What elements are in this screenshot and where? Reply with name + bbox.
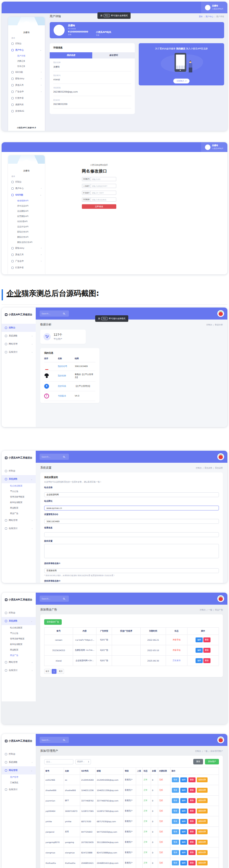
- login-button[interactable]: 登录: [172, 788, 179, 793]
- sidebar-item[interactable]: 站点信息配置: [2, 625, 36, 631]
- delete-button[interactable]: 删除: [189, 788, 196, 793]
- sidebar-item[interactable]: 网站管理 ›: [2, 516, 36, 524]
- breadcrumb-item[interactable]: 一般: [208, 609, 212, 612]
- remove-perm-button[interactable]: 移除权限: [197, 809, 207, 813]
- sidebar-item[interactable]: 商业广告: [2, 653, 36, 658]
- sidebar-item[interactable]: 登录记录: [8, 64, 45, 69]
- sidebar-item[interactable]: 反馈BUG: [8, 108, 45, 114]
- sidebar-item[interactable]: 在线支付 ›: [2, 524, 36, 532]
- sidebar-item[interactable]: 网站管理 ›: [2, 340, 36, 348]
- remove-perm-button[interactable]: 移除权限: [197, 788, 207, 793]
- add-ad-button[interactable]: 添加新的广告: [44, 619, 62, 625]
- search-input[interactable]: [41, 597, 62, 600]
- delete-button[interactable]: 删除: [189, 777, 196, 782]
- row-name[interactable]: 我的名称: [58, 374, 75, 377]
- sidebar-item[interactable]: 在线支付 ›: [2, 348, 36, 356]
- breadcrumb-item[interactable]: 控制台: [200, 609, 206, 612]
- remove-perm-button[interactable]: 移除权限: [197, 819, 207, 824]
- delete-button[interactable]: 删除: [203, 648, 210, 653]
- sidebar-item[interactable]: 系统参数 ⌄: [2, 617, 36, 625]
- delete-button[interactable]: 删除: [189, 819, 196, 824]
- breadcrumb-item[interactable]: 商业广告: [215, 609, 223, 612]
- watermelon-avatar[interactable]: [217, 595, 224, 602]
- site-url-field[interactable]: [44, 505, 219, 510]
- breadcrumb-item[interactable]: 用户详情: [216, 15, 224, 18]
- delete-button[interactable]: 删除: [189, 840, 196, 845]
- sidebar-item[interactable]: 感谢列表: [8, 101, 45, 108]
- edit-button[interactable]: 编辑: [180, 829, 188, 834]
- login-button[interactable]: 登录: [172, 809, 179, 813]
- tab-my-info[interactable]: 我的信息: [50, 52, 92, 58]
- search-input[interactable]: [41, 312, 62, 315]
- user-search-input[interactable]: [44, 759, 74, 765]
- breadcrumb-item[interactable]: 基本: [199, 15, 203, 18]
- login-button[interactable]: 登录: [172, 777, 179, 782]
- sidebar-item[interactable]: 修改昵称API: [8, 198, 45, 203]
- edit-button[interactable]: 编辑: [180, 840, 188, 845]
- sidebar-item[interactable]: QQ秒赞API: [8, 219, 45, 224]
- login-button[interactable]: 登录: [172, 861, 179, 865]
- sidebar-item[interactable]: 站点信息配置: [2, 483, 36, 489]
- search-icon[interactable]: [63, 313, 65, 314]
- breadcrumb-item[interactable]: 控制台: [196, 467, 202, 470]
- delete-button[interactable]: 删除: [189, 850, 196, 855]
- sidebar-item[interactable]: 用户中心 ›: [8, 185, 45, 192]
- remove-perm-button[interactable]: 移除权限: [197, 829, 207, 834]
- join-group-button[interactable]: 立刻加入 →: [173, 79, 190, 84]
- sidebar-item[interactable]: 平台公告: [2, 489, 36, 494]
- watermelon-avatar[interactable]: [217, 310, 224, 317]
- add-user-button[interactable]: 添加用户: [205, 759, 219, 765]
- delete-button[interactable]: 删除: [189, 809, 196, 813]
- sidebar-item[interactable]: QQ功能 ⌄: [8, 192, 45, 198]
- delete-button[interactable]: 删除: [189, 861, 196, 865]
- edit-button[interactable]: 编辑: [180, 798, 188, 803]
- sidebar-item[interactable]: 说说删除API: [8, 209, 45, 214]
- sidebar-item[interactable]: 管理员账号配置: [2, 636, 36, 642]
- breadcrumb-item[interactable]: 控制台: [206, 323, 212, 327]
- sidebar-item[interactable]: 删除好友API: [8, 235, 45, 240]
- admin-qq-field[interactable]: [44, 519, 219, 524]
- delete-button[interactable]: 删除: [189, 798, 196, 803]
- sidebar-item[interactable]: 控制台: [8, 179, 45, 185]
- edit-button[interactable]: 编辑: [180, 819, 188, 824]
- icp-field[interactable]: [44, 532, 219, 537]
- sidebar-item[interactable]: 系统参数 ›: [2, 332, 36, 340]
- edit-button[interactable]: 编辑: [180, 850, 188, 855]
- sidebar-item[interactable]: 获取好友API: [8, 229, 45, 235]
- sidebar-item[interactable]: 发布说说API: [8, 203, 45, 209]
- sidebar-item[interactable]: 在线支付 ›: [2, 666, 36, 675]
- search-icon[interactable]: [63, 598, 65, 599]
- remove-perm-button[interactable]: 移除权限: [197, 777, 207, 782]
- login-button[interactable]: 登录: [172, 829, 179, 834]
- edit-button[interactable]: 编辑: [180, 861, 188, 865]
- sidebar-item[interactable]: 删除全部好友API: [8, 240, 45, 245]
- sidebar-item[interactable]: 获取skey ›: [8, 245, 45, 251]
- user-chip[interactable]: 吴樱奇 小西瓜API站长: [201, 2, 227, 13]
- sidebar-item[interactable]: 控制台: [2, 750, 36, 758]
- watermelon-avatar[interactable]: [217, 737, 224, 743]
- breadcrumb-item[interactable]: 数据分析: [215, 323, 223, 327]
- breadcrumb-item[interactable]: 一般: [204, 750, 207, 753]
- breadcrumb-item[interactable]: 用户中心: [206, 15, 213, 18]
- remove-perm-button[interactable]: 移除权限: [197, 861, 207, 865]
- delete-button[interactable]: 删除: [203, 638, 210, 642]
- copyright-field[interactable]: [44, 544, 219, 558]
- form-input[interactable]: [91, 198, 116, 202]
- tab-change-password[interactable]: 修改密码: [92, 52, 135, 58]
- delete-button[interactable]: 删除: [189, 829, 196, 834]
- sidebar-item[interactable]: 其他工具 ›: [8, 251, 45, 258]
- breadcrumb-item[interactable]: 系统参数: [204, 467, 212, 470]
- search-input[interactable]: [41, 739, 62, 741]
- remove-perm-button[interactable]: 移除权限: [197, 798, 207, 803]
- form-input[interactable]: [91, 177, 116, 181]
- breadcrumb-item[interactable]: 控制台: [195, 750, 201, 753]
- sidebar-item[interactable]: 管理员账号配置: [2, 494, 36, 500]
- sidebar-item[interactable]: 用户详情: [8, 53, 45, 58]
- remove-perm-button[interactable]: 移除权限: [197, 840, 207, 845]
- sidebar-item[interactable]: 系统参数 ›: [2, 758, 36, 766]
- sidebar-item[interactable]: 网站管理 ›: [2, 658, 36, 666]
- user-chip[interactable]: 吴樱奇 小西瓜API站长: [201, 142, 227, 152]
- edit-button[interactable]: 编辑: [180, 777, 188, 782]
- search-input[interactable]: [41, 456, 62, 458]
- form-input[interactable]: [91, 191, 116, 194]
